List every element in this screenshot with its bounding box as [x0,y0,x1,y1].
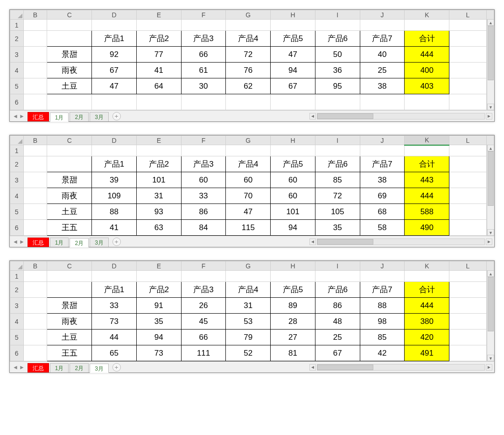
cell-J4[interactable]: 98 [360,314,405,330]
column-header-J[interactable]: J [360,261,405,271]
column-header-I[interactable]: I [315,136,360,145]
cell-C5[interactable]: 土豆 [47,78,92,94]
cell-H4[interactable]: 60 [271,188,315,204]
cell-K5[interactable]: 403 [405,78,449,94]
cell-H5[interactable]: 101 [271,204,315,220]
row-header-4[interactable]: 4 [10,63,24,78]
cell-J3[interactable]: 88 [360,298,405,314]
cell-D1[interactable] [92,271,137,282]
sheet-tab-summary[interactable]: 汇总 [28,363,49,372]
cell-J2[interactable]: 产品7 [360,156,405,172]
scroll-right-icon[interactable]: ► [486,364,492,371]
column-header-K[interactable]: K [405,261,449,271]
cell-K3[interactable]: 443 [405,172,449,188]
cell-F3[interactable]: 66 [181,47,226,63]
row-header-6[interactable]: 6 [10,220,24,236]
cell-B1[interactable] [23,20,47,31]
sheet-tab-m3[interactable]: 3月 [90,238,109,247]
cell-E4[interactable]: 35 [136,314,181,330]
column-header-G[interactable]: G [226,136,271,145]
cell-B2[interactable] [23,156,47,172]
cell-D4[interactable]: 67 [92,63,137,78]
sheet-tab-summary[interactable]: 汇总 [28,112,49,121]
cell-J1[interactable] [360,271,405,282]
cell-B5[interactable] [23,78,47,94]
tab-nav-arrows[interactable]: ◄► [10,239,28,245]
cell-D4[interactable]: 73 [92,314,137,330]
cell-B4[interactable] [23,63,47,78]
cell-K4[interactable]: 400 [405,63,449,78]
cell-B3[interactable] [23,47,47,63]
column-header-J[interactable]: J [360,136,405,145]
row-header-2[interactable]: 2 [10,31,24,47]
vertical-scrollbar[interactable]: ▲▼ [487,270,494,361]
cell-J5[interactable]: 68 [360,204,405,220]
cell-E3[interactable]: 77 [136,47,181,63]
scroll-track[interactable] [317,364,485,371]
cell-E3[interactable]: 101 [136,172,181,188]
cell-I5[interactable]: 25 [315,330,360,345]
cell-L2[interactable] [449,31,486,47]
cell-J3[interactable]: 40 [360,47,405,63]
cell-H2[interactable]: 产品5 [271,282,315,298]
cell-F3[interactable]: 26 [181,298,226,314]
cell-I4[interactable]: 48 [315,314,360,330]
scroll-thumb[interactable] [317,365,373,370]
cell-J5[interactable]: 38 [360,78,405,94]
cell-F3[interactable]: 60 [181,172,226,188]
scroll-down-icon[interactable]: ▼ [487,104,494,110]
cell-L5[interactable] [449,204,486,220]
column-header-B[interactable]: B [23,136,47,145]
column-header-H[interactable]: H [271,136,315,145]
cell-B3[interactable] [23,298,47,314]
cell-E4[interactable]: 31 [136,188,181,204]
column-header-G[interactable]: G [226,261,271,271]
cell-I1[interactable] [315,145,360,156]
cell-G4[interactable]: 76 [226,63,271,78]
row-header-3[interactable]: 3 [10,47,24,63]
sheet-tab-m2[interactable]: 2月 [70,363,89,372]
cell-L5[interactable] [449,330,486,345]
cell-G1[interactable] [226,20,271,31]
cell-E1[interactable] [136,20,181,31]
cell-E6[interactable] [136,94,181,110]
column-header-F[interactable]: F [181,136,226,145]
cell-C3[interactable]: 景甜 [47,172,92,188]
cell-G4[interactable]: 70 [226,188,271,204]
cell-G2[interactable]: 产品4 [226,156,271,172]
cell-K5[interactable]: 588 [405,204,449,220]
column-header-B[interactable]: B [23,10,47,20]
cell-B6[interactable] [23,345,47,361]
cell-F4[interactable]: 33 [181,188,226,204]
cell-B5[interactable] [23,204,47,220]
cell-L6[interactable] [449,94,486,110]
scroll-right-icon[interactable]: ► [486,239,492,245]
row-header-1[interactable]: 1 [10,271,24,282]
cell-K2[interactable]: 合计 [405,31,449,47]
cell-C6[interactable]: 王五 [47,345,92,361]
column-header-F[interactable]: F [181,10,226,20]
cell-H1[interactable] [271,271,315,282]
cell-C1[interactable] [47,271,92,282]
cell-K1[interactable] [405,145,449,156]
row-header-2[interactable]: 2 [10,282,24,298]
scroll-down-icon[interactable]: ▼ [487,355,494,361]
cell-L3[interactable] [449,47,486,63]
cell-L4[interactable] [449,188,486,204]
column-header-D[interactable]: D [92,136,137,145]
row-header-4[interactable]: 4 [10,188,24,204]
horizontal-scrollbar[interactable]: ◄► [309,364,494,371]
cell-G2[interactable]: 产品4 [226,31,271,47]
cell-B5[interactable] [23,330,47,345]
row-header-6[interactable]: 6 [10,345,24,361]
column-header-K[interactable]: K [405,136,449,145]
cell-I5[interactable]: 105 [315,204,360,220]
cell-C3[interactable]: 景甜 [47,298,92,314]
cell-B6[interactable] [23,94,47,110]
spreadsheet-grid[interactable]: BCDEFGHIJKL12产品1产品2产品3产品4产品5产品6产品7合计3景甜9… [10,10,494,110]
cell-G5[interactable]: 47 [226,204,271,220]
cell-F5[interactable]: 86 [181,204,226,220]
cell-B6[interactable] [23,220,47,236]
cell-K6[interactable]: 491 [405,345,449,361]
cell-L2[interactable] [449,156,486,172]
